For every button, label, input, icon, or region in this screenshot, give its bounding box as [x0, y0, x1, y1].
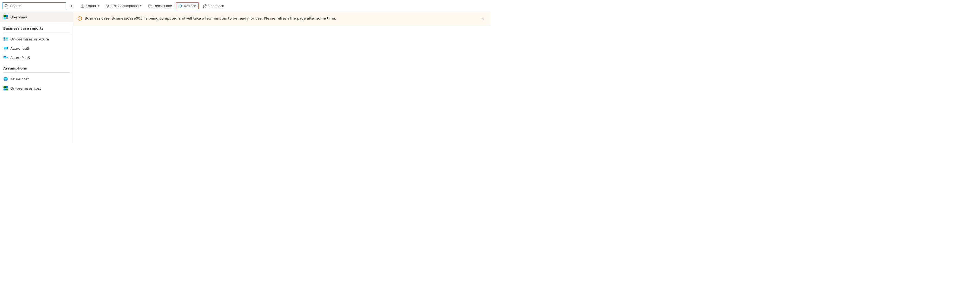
assumptions-header: Assumptions: [0, 62, 73, 72]
svg-rect-12: [6, 37, 8, 39]
search-input[interactable]: [10, 4, 64, 8]
info-banner: Business case 'BusinessCase005' is being…: [73, 12, 490, 25]
svg-rect-10: [3, 37, 5, 39]
on-premises-cost-label: On-premises cost: [10, 86, 41, 91]
edit-assumptions-label: Edit Assumptions: [111, 4, 139, 8]
recalculate-button[interactable]: Recalculate: [145, 2, 175, 9]
svg-point-5: [106, 4, 107, 5]
sidebar-item-azure-paas[interactable]: Azure PaaS: [0, 53, 73, 62]
on-premises-cost-icon: [3, 86, 8, 91]
main-layout: Overview Business case reports On-premis…: [0, 12, 490, 144]
overview-icon: [3, 15, 8, 19]
svg-point-7: [107, 6, 108, 7]
sidebar-item-on-premises-cost[interactable]: On-premises cost: [0, 84, 73, 93]
content-area: Business case 'BusinessCase005' is being…: [73, 12, 490, 144]
edit-assumptions-chevron-icon: ▾: [140, 4, 142, 7]
toolbar: Export ▾ Edit Assumptions ▾: [0, 0, 490, 12]
azure-iaas-icon: [3, 46, 8, 51]
svg-point-23: [80, 18, 80, 18]
export-label: Export: [86, 4, 96, 8]
export-button[interactable]: Export ▾: [78, 2, 102, 9]
svg-rect-13: [6, 39, 8, 41]
on-premises-vs-azure-icon: [3, 37, 8, 41]
sidebar-item-azure-cost[interactable]: Azure cost: [0, 74, 73, 84]
feedback-button[interactable]: Feedback: [200, 2, 227, 9]
azure-cost-icon: [3, 77, 8, 81]
azure-iaas-label: Azure IaaS: [10, 46, 29, 51]
refresh-icon: [178, 4, 182, 8]
sidebar: Overview Business case reports On-premis…: [0, 12, 73, 144]
svg-rect-19: [6, 57, 8, 58]
svg-rect-15: [4, 47, 7, 49]
svg-rect-16: [5, 50, 6, 50]
search-icon: [5, 4, 8, 8]
collapse-sidebar-button[interactable]: [68, 2, 75, 10]
svg-rect-11: [3, 39, 5, 41]
edit-assumptions-button[interactable]: Edit Assumptions ▾: [103, 2, 145, 9]
azure-paas-icon: [3, 55, 8, 60]
info-banner-icon: [78, 16, 82, 21]
export-chevron-icon: ▾: [98, 4, 99, 7]
edit-assumptions-icon: [106, 4, 110, 8]
svg-rect-18: [4, 57, 6, 58]
feedback-label: Feedback: [208, 4, 224, 8]
azure-cost-label: Azure cost: [10, 77, 29, 81]
info-banner-text: Business case 'BusinessCase005' is being…: [85, 16, 477, 21]
assumptions-divider: [3, 72, 70, 73]
business-case-reports-header: Business case reports: [0, 22, 73, 32]
search-container: [2, 2, 75, 10]
refresh-button[interactable]: Refresh: [176, 2, 199, 9]
refresh-label: Refresh: [184, 4, 196, 8]
overview-label: Overview: [10, 15, 27, 19]
sidebar-item-on-premises-vs-azure[interactable]: On-premises vs Azure: [0, 35, 73, 44]
toolbar-actions: Export ▾ Edit Assumptions ▾: [75, 2, 227, 9]
info-banner-close-button[interactable]: ×: [480, 15, 486, 22]
feedback-icon: [203, 4, 207, 8]
azure-paas-label: Azure PaaS: [10, 56, 30, 60]
svg-line-1: [7, 6, 8, 7]
svg-point-6: [108, 5, 109, 6]
search-input-wrapper[interactable]: [2, 2, 66, 9]
sidebar-item-overview[interactable]: Overview: [0, 12, 73, 22]
on-premises-vs-azure-label: On-premises vs Azure: [10, 37, 49, 41]
recalculate-label: Recalculate: [153, 4, 172, 8]
export-icon: [80, 4, 84, 8]
recalculate-icon: [148, 4, 152, 8]
sidebar-item-azure-iaas[interactable]: Azure IaaS: [0, 44, 73, 53]
